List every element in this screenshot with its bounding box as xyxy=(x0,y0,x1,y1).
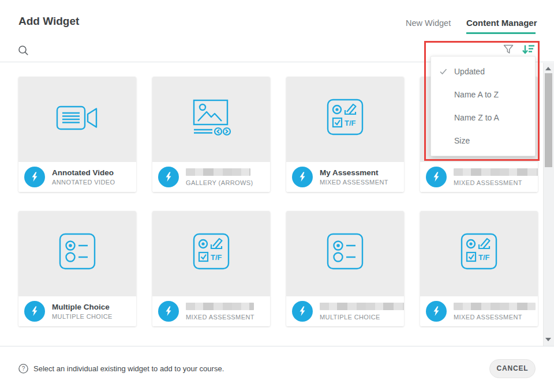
card-preview xyxy=(18,211,136,296)
widget-card-annotated-video[interactable]: Annotated Video ANNOTATED VIDEO xyxy=(18,77,136,192)
card-preview: T/F xyxy=(286,77,404,162)
card-preview xyxy=(18,77,136,162)
card-subtitle: MIXED ASSESSMENT xyxy=(320,179,388,186)
checkmark-icon xyxy=(440,69,448,75)
widget-card-my-assessment[interactable]: T/F My Assessment MIXED ASSESSMENT xyxy=(286,77,404,192)
card-title-redacted xyxy=(186,168,250,176)
card-preview xyxy=(286,211,404,296)
widget-card-gallery[interactable]: GALLERY (ARROWS) xyxy=(152,77,270,192)
help-icon[interactable]: ? xyxy=(18,364,28,376)
mixed-assessment-icon: T/F xyxy=(456,232,502,276)
svg-text:T/F: T/F xyxy=(211,253,222,262)
sort-option-updated[interactable]: Updated xyxy=(431,60,535,83)
card-preview: T/F xyxy=(152,211,270,296)
card-subtitle: ANNOTATED VIDEO xyxy=(52,179,115,186)
card-subtitle: MIXED ASSESSMENT xyxy=(186,314,254,321)
lightning-bolt-icon xyxy=(24,301,45,322)
card-preview xyxy=(152,77,270,162)
sort-descending-icon[interactable] xyxy=(522,44,535,55)
sort-dropdown-menu: Updated Name A to Z Name Z to A Size xyxy=(431,56,536,156)
lightning-bolt-icon xyxy=(426,167,447,187)
mixed-assessment-icon: T/F xyxy=(322,97,368,141)
sort-option-label: Size xyxy=(454,136,470,145)
widget-card-mixed-assessment[interactable]: T/F MIXED ASSESSMENT xyxy=(152,211,270,326)
sort-option-label: Name Z to A xyxy=(454,113,499,122)
widget-card-multiple-choice[interactable]: MULTIPLE CHOICE xyxy=(286,211,404,326)
search-icon[interactable] xyxy=(18,45,29,59)
mixed-assessment-icon: T/F xyxy=(188,232,234,276)
lightning-bolt-icon xyxy=(24,167,45,187)
active-tab-underline xyxy=(466,32,536,34)
sort-option-label: Name A to Z xyxy=(454,90,499,99)
multiple-choice-icon xyxy=(322,232,368,276)
sort-option-name-z-a[interactable]: Name Z to A xyxy=(431,106,535,129)
widget-card-multiple-choice[interactable]: Multiple Choice MULTIPLE CHOICE xyxy=(18,211,136,326)
svg-text:T/F: T/F xyxy=(478,253,490,262)
card-subtitle: MIXED ASSESSMENT xyxy=(454,179,538,186)
card-subtitle: MULTIPLE CHOICE xyxy=(52,313,113,320)
card-preview: T/F xyxy=(420,211,538,296)
lightning-bolt-icon xyxy=(158,167,179,187)
card-title: My Assessment xyxy=(320,168,388,178)
svg-text:?: ? xyxy=(22,365,25,372)
card-title-redacted xyxy=(320,303,404,310)
footer-help-text: Select an individual existing widget to … xyxy=(33,364,224,373)
sort-option-size[interactable]: Size xyxy=(431,129,535,152)
card-title: Annotated Video xyxy=(52,168,115,178)
card-subtitle: GALLERY (ARROWS) xyxy=(186,179,253,186)
svg-text:T/F: T/F xyxy=(345,119,356,127)
cancel-button[interactable]: CANCEL xyxy=(489,359,536,378)
sort-option-label: Updated xyxy=(454,67,485,76)
lightning-bolt-icon xyxy=(426,301,447,322)
lightning-bolt-icon xyxy=(292,167,313,187)
scroll-up-arrow-icon[interactable] xyxy=(545,67,551,70)
card-title: Multiple Choice xyxy=(52,303,113,312)
gallery-arrows-icon xyxy=(188,99,234,140)
card-subtitle: MIXED ASSESSMENT xyxy=(454,314,536,321)
tab-content-manager[interactable]: Content Manager xyxy=(466,18,537,28)
card-title-redacted xyxy=(186,303,254,310)
lightning-bolt-icon xyxy=(292,301,313,322)
card-title-redacted xyxy=(454,303,536,310)
multiple-choice-icon xyxy=(54,232,100,276)
lightning-bolt-icon xyxy=(158,301,179,322)
sort-option-name-a-z[interactable]: Name A to Z xyxy=(431,83,535,106)
page-title: Add Widget xyxy=(18,15,79,28)
card-title-redacted xyxy=(454,168,538,176)
tab-new-widget[interactable]: New Widget xyxy=(406,18,451,28)
footer-divider xyxy=(0,346,554,346)
annotated-video-icon xyxy=(54,100,101,139)
filter-icon[interactable] xyxy=(503,44,514,55)
card-subtitle: MULTIPLE CHOICE xyxy=(320,314,404,321)
scroll-down-arrow-icon[interactable] xyxy=(545,338,551,341)
scrollbar-thumb[interactable] xyxy=(545,73,552,167)
widget-card-mixed-assessment[interactable]: T/F MIXED ASSESSMENT xyxy=(420,211,538,326)
